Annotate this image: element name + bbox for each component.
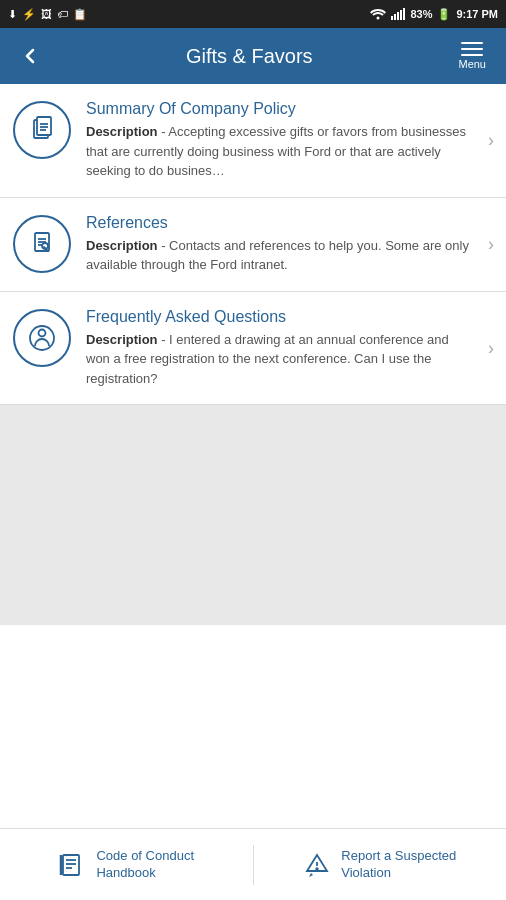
svg-rect-3 [397, 12, 399, 20]
icon-doc: 📋 [73, 8, 87, 21]
report-violation-button[interactable]: Report a SuspectedViolation [254, 840, 507, 890]
faq-description: Description - I entered a drawing at an … [86, 330, 474, 389]
time-display: 9:17 PM [456, 8, 498, 20]
faq-title: Frequently Asked Questions [86, 308, 474, 326]
status-bar: ⬇ ⚡ 🖼 🏷 📋 83% 🔋 9:17 PM [0, 0, 506, 28]
faq-desc-label: Description [86, 332, 158, 347]
svg-rect-5 [403, 8, 405, 20]
svg-point-15 [42, 243, 48, 249]
wifi-icon [370, 8, 386, 20]
summary-chevron: › [488, 130, 494, 151]
summary-icon-container [12, 100, 72, 160]
footer: Code of ConductHandbook Report a Suspect… [0, 828, 506, 900]
signal-icon [391, 8, 405, 20]
list-container: Summary Of Company Policy Description - … [0, 84, 506, 828]
svg-rect-7 [37, 117, 51, 135]
references-content: References Description - Contacts and re… [86, 214, 494, 275]
icon-download: ⬇ [8, 8, 17, 21]
list-item-summary[interactable]: Summary Of Company Policy Description - … [0, 84, 506, 198]
status-icons: ⬇ ⚡ 🖼 🏷 📋 [8, 8, 87, 21]
list-item-faq[interactable]: Frequently Asked Questions Description -… [0, 292, 506, 406]
page-title: Gifts & Favors [48, 45, 450, 68]
faq-content: Frequently Asked Questions Description -… [86, 308, 494, 389]
handbook-label: Code of ConductHandbook [96, 848, 194, 882]
menu-button[interactable]: Menu [450, 38, 494, 74]
svg-rect-2 [394, 14, 396, 20]
references-icon-container [12, 214, 72, 274]
person-question-icon [13, 309, 71, 367]
hamburger-icon [461, 42, 483, 56]
back-button[interactable] [12, 38, 48, 74]
code-of-conduct-button[interactable]: Code of ConductHandbook [0, 840, 253, 890]
icon-image: 🖼 [41, 8, 52, 20]
battery-icon: 🔋 [437, 8, 451, 21]
report-icon [303, 851, 331, 879]
references-chevron: › [488, 234, 494, 255]
svg-rect-1 [391, 16, 393, 20]
report-label: Report a SuspectedViolation [341, 848, 456, 882]
app-header: Gifts & Favors Menu [0, 28, 506, 84]
svg-rect-4 [400, 10, 402, 20]
reference-icon [13, 215, 71, 273]
status-right: 83% 🔋 9:17 PM [370, 8, 498, 21]
summary-description: Description - Accepting excessive gifts … [86, 122, 474, 181]
references-desc-label: Description [86, 238, 158, 253]
list-item-references[interactable]: References Description - Contacts and re… [0, 198, 506, 292]
icon-tag: 🏷 [57, 8, 68, 20]
svg-point-25 [316, 868, 318, 870]
svg-point-0 [377, 17, 380, 20]
references-description: Description - Contacts and references to… [86, 236, 474, 275]
empty-area [0, 405, 506, 625]
summary-content: Summary Of Company Policy Description - … [86, 100, 494, 181]
handbook-icon [58, 851, 86, 879]
icon-usb: ⚡ [22, 8, 36, 21]
references-title: References [86, 214, 474, 232]
menu-label: Menu [458, 58, 486, 70]
summary-desc-label: Description [86, 124, 158, 139]
svg-rect-18 [63, 855, 79, 875]
faq-icon-container [12, 308, 72, 368]
battery-text: 83% [410, 8, 432, 20]
faq-chevron: › [488, 337, 494, 358]
svg-point-17 [39, 329, 46, 336]
documents-icon [13, 101, 71, 159]
summary-title: Summary Of Company Policy [86, 100, 474, 118]
